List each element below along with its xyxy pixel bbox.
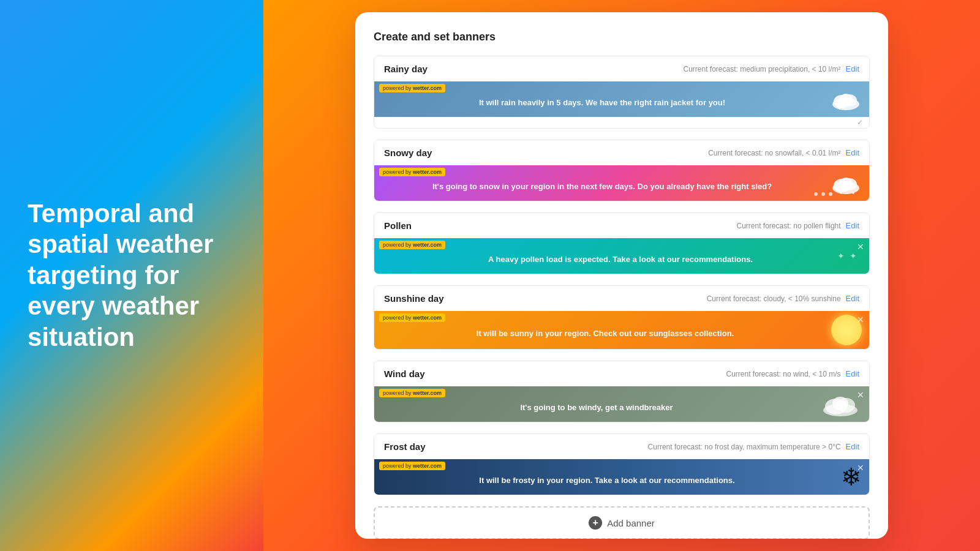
powered-by-rainy: powered by wetter.com — [379, 84, 445, 92]
banner-text-frost: It will be frosty in your region. Take a… — [379, 466, 835, 489]
powered-by-pollen: powered by wetter.com — [379, 241, 445, 249]
banner-name-sunshine: Sunshine day — [384, 293, 444, 304]
banner-preview-snowy: powered by wetter.com It's going to snow… — [374, 165, 869, 201]
edit-link-rainy[interactable]: Edit — [846, 64, 859, 73]
add-banner-button[interactable]: + Add banner — [374, 506, 870, 539]
banner-header-wind: Wind day Current forecast: no wind, < 10… — [374, 361, 869, 386]
cloud-icon-rainy — [830, 88, 862, 110]
close-button-wind[interactable]: ✕ — [857, 390, 864, 400]
banner-name-frost: Frost day — [384, 441, 426, 452]
banner-name-pollen: Pollen — [384, 220, 412, 231]
banner-section-frost: Frost day Current forecast: no frost day… — [374, 433, 870, 495]
banner-name-rainy: Rainy day — [384, 64, 428, 74]
banner-text-snowy: It's going to snow in your region in the… — [379, 172, 825, 195]
banner-section-wind: Wind day Current forecast: no wind, < 10… — [374, 361, 870, 422]
add-banner-label: Add banner — [607, 518, 655, 528]
powered-by-snowy: powered by wetter.com — [379, 168, 445, 176]
edit-link-wind[interactable]: Edit — [846, 369, 859, 378]
banner-preview-pollen: powered by wetter.com A heavy pollen loa… — [374, 238, 869, 274]
svg-point-3 — [840, 94, 852, 105]
headline: Temporal and spatial weather targeting f… — [28, 198, 236, 353]
edit-link-frost[interactable]: Edit — [846, 442, 859, 451]
svg-point-10 — [852, 192, 854, 194]
powered-by-frost: powered by wetter.com — [379, 462, 445, 470]
banner-forecast-sunshine: Current forecast: cloudy, < 10% sunshine… — [707, 294, 859, 303]
left-panel: Temporal and spatial weather targeting f… — [0, 0, 263, 551]
banner-header-sunshine: Sunshine day Current forecast: cloudy, <… — [374, 286, 869, 311]
pollen-stars: ✦✦ — [837, 251, 857, 261]
powered-by-wind: powered by wetter.com — [379, 389, 445, 397]
banner-forecast-frost: Current forecast: no frost day, maximum … — [648, 442, 859, 451]
banner-forecast-pollen: Current forecast: no pollen flight Edit — [737, 221, 860, 230]
banner-name-wind: Wind day — [384, 369, 425, 379]
svg-point-7 — [840, 178, 852, 189]
powered-by-sunshine: powered by wetter.com — [379, 313, 445, 322]
banner-text-rainy: It will rain heavily in 5 days. We have … — [379, 88, 825, 111]
banner-forecast-rainy: Current forecast: medium precipitation, … — [683, 64, 859, 73]
banner-header-frost: Frost day Current forecast: no frost day… — [374, 434, 869, 459]
checkmark-rainy: ✓ — [374, 117, 869, 128]
banner-text-sunshine: It will be sunny in your region. Check o… — [379, 319, 831, 342]
banner-section-rainy: Rainy day Current forecast: medium preci… — [374, 56, 870, 129]
card-title: Create and set banners — [374, 31, 870, 43]
edit-link-sunshine[interactable]: Edit — [846, 294, 859, 303]
banner-header-rainy: Rainy day Current forecast: medium preci… — [374, 56, 869, 81]
cloud-icon-wind — [819, 392, 862, 416]
banner-preview-frost: powered by wetter.com It will be frosty … — [374, 459, 869, 495]
banner-text-pollen: A heavy pollen load is expected. Take a … — [379, 245, 862, 268]
close-button-frost[interactable]: ✕ — [857, 463, 864, 473]
banner-header-snowy: Snowy day Current forecast: no snowfall,… — [374, 140, 869, 165]
edit-link-pollen[interactable]: Edit — [846, 221, 859, 230]
banner-preview-rainy: powered by wetter.com It will rain heavi… — [374, 81, 869, 117]
add-icon: + — [589, 516, 602, 530]
banner-header-pollen: Pollen Current forecast: no pollen fligh… — [374, 213, 869, 238]
edit-link-snowy[interactable]: Edit — [846, 148, 859, 157]
cloud-icon-snowy — [830, 172, 862, 194]
svg-point-14 — [832, 397, 848, 410]
banner-section-snowy: Snowy day Current forecast: no snowfall,… — [374, 140, 870, 201]
banner-preview-sunshine: powered by wetter.com It will be sunny i… — [374, 311, 869, 349]
banner-section-sunshine: Sunshine day Current forecast: cloudy, <… — [374, 285, 870, 350]
banner-section-pollen: Pollen Current forecast: no pollen fligh… — [374, 212, 870, 274]
banner-forecast-snowy: Current forecast: no snowfall, < 0.01 l/… — [708, 148, 859, 157]
banner-name-snowy: Snowy day — [384, 148, 432, 158]
banner-forecast-wind: Current forecast: no wind, < 10 m/s Edit — [726, 369, 860, 378]
snow-dots — [814, 192, 832, 196]
banner-preview-wind: powered by wetter.com It's going to be w… — [374, 386, 869, 422]
close-button-pollen[interactable]: ✕ — [857, 242, 864, 252]
svg-point-8 — [840, 192, 842, 194]
close-button-sunshine[interactable]: ✕ — [857, 315, 864, 324]
right-panel: Create and set banners Rainy day Current… — [263, 0, 980, 551]
main-card: Create and set banners Rainy day Current… — [355, 12, 888, 539]
